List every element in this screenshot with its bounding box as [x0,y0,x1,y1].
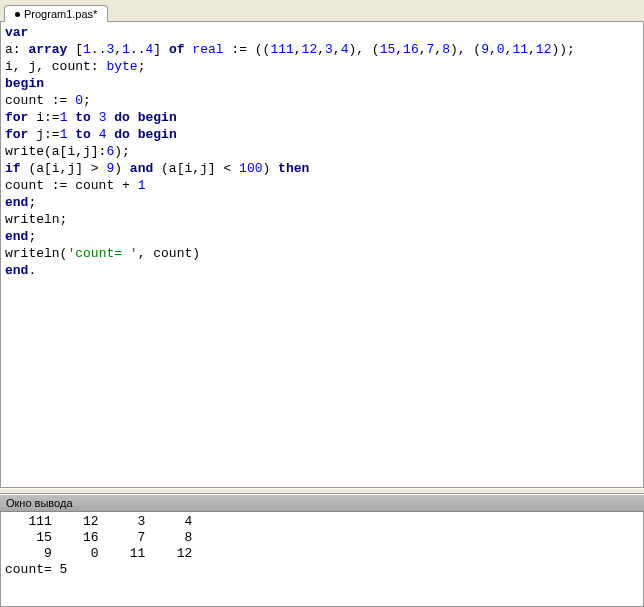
output-line: 9 0 11 12 [5,546,639,562]
code-line: end; [5,228,639,245]
code-line: writeln; [5,211,639,228]
editor-scroll[interactable]: vara: array [1..3,1..4] of real := ((111… [0,22,644,488]
code-line: count := count + 1 [5,177,639,194]
code-line: writeln('count= ', count) [5,245,639,262]
code-line: end; [5,194,639,211]
file-tab[interactable]: Program1.pas* [4,5,108,22]
code-line: count := 0; [5,92,639,109]
code-line: for j:=1 to 4 do begin [5,126,639,143]
output-panel-title: Окно вывода [0,494,644,512]
code-line: var [5,24,639,41]
tab-title: Program1.pas* [24,8,97,20]
code-line: if (a[i,j] > 9) and (a[i,j] < 100) then [5,160,639,177]
code-editor[interactable]: vara: array [1..3,1..4] of real := ((111… [1,22,643,487]
code-line: write(a[i,j]:6); [5,143,639,160]
modified-dot-icon [15,12,20,17]
tab-bar: Program1.pas* [0,0,644,22]
output-line: 111 12 3 4 [5,514,639,530]
code-line: begin [5,75,639,92]
code-line: end. [5,262,639,279]
output-line: 15 16 7 8 [5,530,639,546]
output-line: count= 5 [5,562,639,578]
code-line: a: array [1..3,1..4] of real := ((111,12… [5,41,639,58]
output-panel[interactable]: 111 12 3 4 15 16 7 8 9 0 11 12count= 5 [0,512,644,607]
code-line: for i:=1 to 3 do begin [5,109,639,126]
code-line: i, j, count: byte; [5,58,639,75]
